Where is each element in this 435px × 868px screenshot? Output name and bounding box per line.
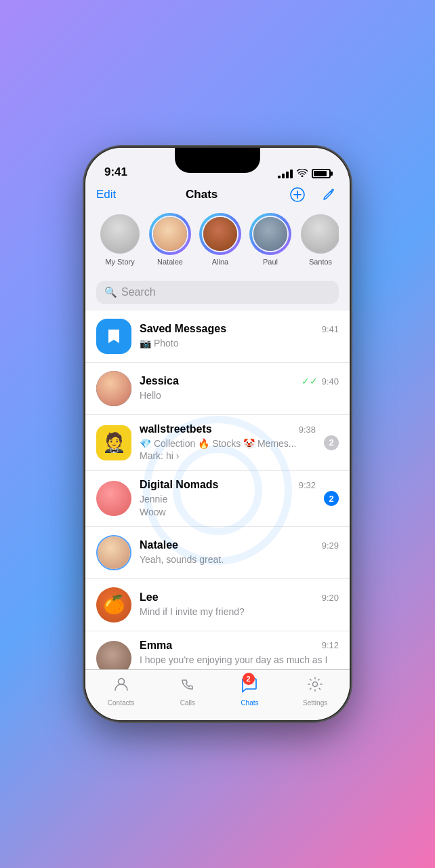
chat-name-lee: Lee bbox=[140, 591, 159, 604]
chat-content-saved-messages: Saved Messages 9:41 📷 Photo bbox=[140, 323, 339, 349]
notch bbox=[175, 148, 260, 173]
story-item-paul[interactable]: Paul bbox=[249, 213, 291, 266]
story-name-natalee: Natalee bbox=[157, 258, 183, 266]
chat-list-wrap: Saved Messages 9:41 📷 Photo Jessica ✓✓ bbox=[85, 311, 350, 669]
chat-time-lee: 9:20 bbox=[322, 593, 339, 603]
chat-content-jessica: Jessica ✓✓ 9:40 Hello bbox=[140, 375, 339, 401]
chat-list: Saved Messages 9:41 📷 Photo Jessica ✓✓ bbox=[85, 311, 350, 669]
chat-name-emma: Emma bbox=[140, 639, 172, 652]
unread-badge-digital-nomads: 2 bbox=[324, 491, 339, 506]
search-placeholder-text: Search bbox=[121, 286, 156, 298]
stories-row: My Story Natalee Alina bbox=[96, 213, 339, 269]
nav-label-contacts: Contacts bbox=[108, 699, 134, 707]
svg-point-3 bbox=[313, 682, 318, 687]
search-bar: 🔍 Search bbox=[85, 275, 350, 311]
chat-name-natalee: Natalee bbox=[140, 539, 178, 551]
signal-bars-icon bbox=[278, 170, 293, 178]
page-title: Chats bbox=[186, 188, 218, 201]
compose-button[interactable] bbox=[318, 184, 339, 205]
chat-time-jessica: ✓✓ 9:40 bbox=[302, 376, 339, 387]
chat-avatar-wallstreetbets: 🤵 bbox=[96, 425, 131, 460]
chat-avatar-digital-nomads bbox=[96, 481, 131, 516]
chat-avatar-lee: 🍊 bbox=[96, 587, 131, 623]
chat-item-jessica[interactable]: Jessica ✓✓ 9:40 Hello bbox=[85, 363, 350, 415]
search-icon: 🔍 bbox=[104, 286, 117, 298]
calls-icon bbox=[179, 675, 196, 697]
chat-preview-emma: I hope you're enjoying your day as much … bbox=[140, 654, 339, 669]
header-actions bbox=[287, 184, 339, 205]
chat-name-saved-messages: Saved Messages bbox=[140, 323, 226, 335]
story-name-my-story: My Story bbox=[105, 258, 134, 266]
chat-preview-saved-messages: 📷 Photo bbox=[140, 337, 339, 349]
header: Edit Chats bbox=[85, 184, 350, 275]
settings-icon bbox=[306, 675, 324, 697]
unread-badge-wallstreetbets: 2 bbox=[324, 435, 339, 450]
story-name-santos: Santos bbox=[309, 258, 332, 266]
chat-item-saved-messages[interactable]: Saved Messages 9:41 📷 Photo bbox=[85, 311, 350, 363]
chat-name-jessica: Jessica bbox=[140, 375, 179, 387]
header-row: Edit Chats bbox=[96, 184, 339, 205]
chat-preview-jessica: Hello bbox=[140, 389, 339, 401]
chat-content-lee: Lee 9:20 Mind if I invite my friend? bbox=[140, 591, 339, 618]
nav-item-contacts[interactable]: Contacts bbox=[108, 675, 134, 707]
chat-item-digital-nomads[interactable]: Digital Nomads 9:32 JennieWoow 2 bbox=[85, 471, 350, 526]
chat-time-saved-messages: 9:41 bbox=[322, 324, 339, 334]
chat-time-digital-nomads: 9:32 bbox=[299, 480, 316, 490]
chat-time-wallstreetbets: 9:38 bbox=[299, 425, 316, 435]
chat-content-emma: Emma 9:12 I hope you're enjoying your da… bbox=[140, 639, 339, 669]
phone-frame: 9:41 Edit Chat bbox=[85, 148, 350, 720]
chat-avatar-saved-messages bbox=[96, 319, 131, 354]
nav-label-settings: Settings bbox=[303, 699, 327, 707]
chat-time-natalee: 9:29 bbox=[322, 540, 339, 551]
add-group-button[interactable] bbox=[287, 184, 308, 205]
search-input[interactable]: 🔍 Search bbox=[96, 281, 339, 304]
story-item-alina[interactable]: Alina bbox=[199, 213, 241, 266]
nav-label-calls: Calls bbox=[180, 699, 195, 707]
status-time: 9:41 bbox=[104, 165, 127, 179]
battery-icon bbox=[312, 169, 331, 178]
chat-preview-wallstreetbets: 💎 Collection 🔥 Stocks 🤡 Memes... Mark: h… bbox=[140, 437, 316, 462]
chat-name-digital-nomads: Digital Nomads bbox=[140, 479, 218, 491]
story-item-santos[interactable]: Santos bbox=[299, 213, 339, 266]
chat-avatar-emma bbox=[96, 641, 131, 669]
nav-label-chats: Chats bbox=[241, 699, 258, 707]
nav-item-calls[interactable]: Calls bbox=[179, 675, 196, 707]
status-icons bbox=[278, 168, 331, 179]
story-item-natalee[interactable]: Natalee bbox=[149, 213, 191, 266]
bottom-nav: Contacts Calls 2 Chats bbox=[85, 669, 350, 720]
edit-button[interactable]: Edit bbox=[96, 188, 116, 201]
nav-item-settings[interactable]: Settings bbox=[303, 675, 327, 707]
svg-point-2 bbox=[118, 679, 124, 685]
chat-item-emma[interactable]: Emma 9:12 I hope you're enjoying your da… bbox=[85, 631, 350, 669]
story-name-paul: Paul bbox=[263, 258, 278, 266]
chat-content-wallstreetbets: wallstreetbets 9:38 💎 Collection 🔥 Stock… bbox=[140, 423, 316, 462]
chat-avatar-natalee bbox=[96, 535, 131, 570]
chats-badge: 2 bbox=[243, 673, 255, 685]
chat-time-emma: 9:12 bbox=[322, 640, 339, 650]
contacts-icon bbox=[112, 675, 130, 697]
chat-item-natalee[interactable]: Natalee 9:29 Yeah, sounds great. bbox=[85, 527, 350, 579]
nav-item-chats[interactable]: 2 Chats bbox=[241, 675, 258, 707]
chat-item-lee[interactable]: 🍊 Lee 9:20 Mind if I invite my friend? bbox=[85, 579, 350, 631]
chat-content-digital-nomads: Digital Nomads 9:32 JennieWoow bbox=[140, 479, 316, 517]
chat-content-natalee: Natalee 9:29 Yeah, sounds great. bbox=[140, 539, 339, 566]
chat-preview-digital-nomads: JennieWoow bbox=[140, 493, 316, 517]
chat-item-wallstreetbets[interactable]: 🤵 wallstreetbets 9:38 💎 Collection 🔥 Sto… bbox=[85, 415, 350, 471]
chat-avatar-jessica bbox=[96, 371, 131, 406]
story-item-my-story[interactable]: My Story bbox=[99, 213, 141, 266]
story-name-alina: Alina bbox=[212, 258, 228, 266]
chat-preview-lee: Mind if I invite my friend? bbox=[140, 606, 339, 618]
chat-preview-natalee: Yeah, sounds great. bbox=[140, 553, 339, 566]
wifi-icon bbox=[297, 168, 308, 179]
chat-name-wallstreetbets: wallstreetbets bbox=[140, 423, 212, 435]
